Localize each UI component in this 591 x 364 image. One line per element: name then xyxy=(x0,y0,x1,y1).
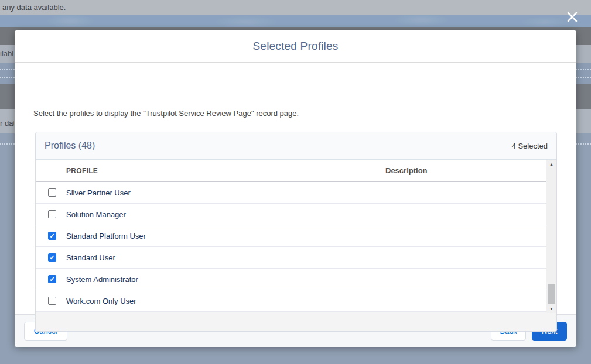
selected-count-badge: 4 Selected xyxy=(512,142,548,150)
selected-profiles-modal: Selected Profiles Select the profiles to… xyxy=(15,30,576,347)
profiles-count-title: Profiles (48) xyxy=(45,140,95,151)
profile-name-label: Standard Platform User xyxy=(66,232,146,241)
profile-checkbox[interactable] xyxy=(48,297,56,305)
scroll-down-icon[interactable]: ▼ xyxy=(546,304,556,313)
profiles-table-body: PROFILE Description Silver Partner User … xyxy=(36,160,546,312)
profiles-card-header: Profiles (48) 4 Selected xyxy=(36,132,556,160)
profile-row: Silver Partner User xyxy=(36,182,546,204)
profiles-card: Profiles (48) 4 Selected PROFILE Descrip… xyxy=(35,132,557,332)
profiles-table: PROFILE Description Silver Partner User … xyxy=(36,160,556,312)
scroll-up-icon[interactable]: ▲ xyxy=(546,160,556,168)
profile-checkbox[interactable] xyxy=(48,188,56,197)
modal-header: Selected Profiles xyxy=(15,30,576,63)
column-header-profile: PROFILE xyxy=(66,167,98,175)
profile-row: ✓ System Administrator xyxy=(36,269,546,290)
profile-row: Work.com Only User xyxy=(36,290,546,312)
background-text-fragment: ilabl xyxy=(0,49,14,58)
table-scrollbar[interactable]: ▲ ▼ xyxy=(546,160,556,313)
profile-row: ✓ Standard User xyxy=(36,247,546,269)
background-status-text: any data available. xyxy=(2,3,66,12)
profile-checkbox[interactable]: ✓ xyxy=(48,253,56,262)
column-header-description: Description xyxy=(385,166,428,175)
profile-checkbox[interactable] xyxy=(48,210,56,218)
profile-name-label: Work.com Only User xyxy=(66,297,136,305)
modal-body: Select the profiles to display the "Trus… xyxy=(15,63,576,314)
background-top-bar xyxy=(0,0,591,15)
instruction-text: Select the profiles to display the "Trus… xyxy=(33,109,299,118)
close-icon[interactable] xyxy=(563,8,581,26)
background-text-fragment: r dat xyxy=(0,119,14,128)
profile-name-label: System Administrator xyxy=(66,275,138,284)
profile-row: Solution Manager xyxy=(36,204,546,225)
modal-title: Selected Profiles xyxy=(253,40,339,53)
background-header-band xyxy=(0,15,591,27)
profiles-card-footer xyxy=(36,312,556,331)
profile-row: ✓ Standard Platform User xyxy=(36,225,546,247)
profile-name-label: Solution Manager xyxy=(66,210,126,219)
profile-checkbox[interactable]: ✓ xyxy=(48,232,56,240)
profile-checkbox[interactable]: ✓ xyxy=(48,275,56,283)
profile-name-label: Standard User xyxy=(66,253,115,262)
profiles-table-header-row: PROFILE Description xyxy=(36,160,546,182)
profile-name-label: Silver Partner User xyxy=(66,188,131,197)
scrollbar-thumb[interactable] xyxy=(548,284,555,304)
